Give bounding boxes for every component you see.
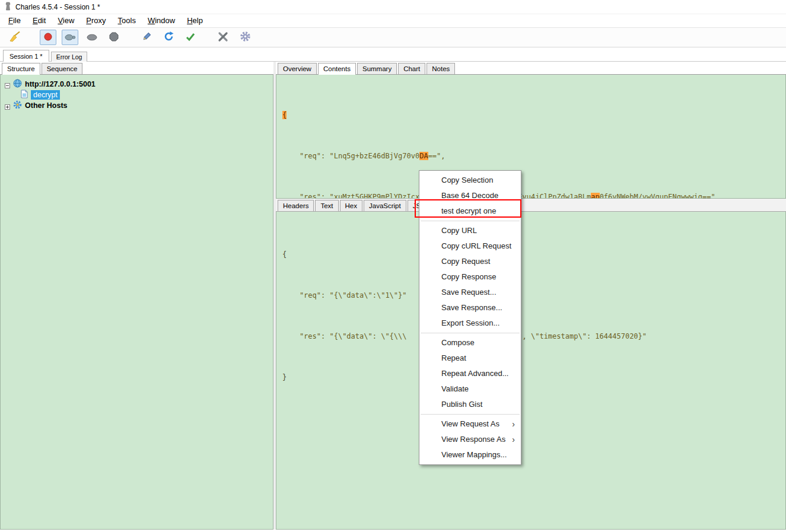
context-menu-separator: [421, 333, 520, 333]
tree-item-label: Other Hosts: [25, 101, 68, 110]
request-json-req-line: "req": "Lnq5g+bzE46dBjVg70v0DA==",: [282, 149, 785, 163]
response-body-viewer[interactable]: { "req": "{\"data\":\"1\"}" "res": "{\"d…: [276, 212, 786, 530]
expand-icon[interactable]: [5, 103, 10, 109]
host-tree: http://127.0.0.1:5001 decrypt Other Host…: [0, 75, 273, 530]
turtle-icon: [64, 33, 76, 43]
viewer-tab-hex[interactable]: Hex: [340, 200, 362, 211]
validate-button[interactable]: [182, 30, 199, 45]
viewer-tab-text[interactable]: Text: [315, 200, 338, 211]
tab-sequence[interactable]: Sequence: [42, 63, 83, 74]
toolbar: [0, 28, 786, 47]
request-json-res-line: "res": "xuMzt5GHKP9mPlYDzIcxx4UK8g9NdPdg…: [282, 190, 785, 199]
menu-bar: File Edit View Proxy Tools Window Help: [0, 14, 786, 28]
viewer-tab-javascript[interactable]: JavaScript: [364, 200, 406, 211]
context-menu-item-copy-request[interactable]: Copy Request: [419, 254, 521, 269]
menu-edit[interactable]: Edit: [27, 14, 52, 27]
session-tab-bar: Session 1 * Error Log: [0, 47, 786, 62]
right-panel-tabs: Overview Contents Summary Chart Notes: [276, 62, 786, 75]
submenu-arrow-icon: ›: [512, 416, 515, 432]
context-menu-item-compose[interactable]: Compose: [419, 335, 521, 351]
collapse-icon[interactable]: [5, 82, 10, 87]
context-menu-separator: [421, 221, 520, 221]
tools-button[interactable]: [215, 30, 231, 45]
response-json-res-line: "res": "{\"data\": \"{\\\, \"timestamp\"…: [282, 330, 785, 343]
context-menu-item-export-session[interactable]: Export Session...: [419, 316, 521, 331]
tab-error-log[interactable]: Error Log: [51, 52, 88, 62]
tree-item-host[interactable]: http://127.0.0.1:5001: [3, 79, 273, 90]
left-panel-tabs: Structure Sequence: [0, 62, 273, 75]
structure-panel: Structure Sequence http://127.0.0.1:5001…: [0, 62, 273, 530]
viewer-tab-headers[interactable]: Headers: [278, 200, 314, 211]
contents-panel: Overview Contents Summary Chart Notes { …: [276, 62, 786, 530]
menu-view[interactable]: View: [52, 14, 80, 27]
repeat-button[interactable]: [160, 30, 177, 45]
menu-window[interactable]: Window: [142, 14, 181, 27]
gear-icon: [240, 31, 251, 44]
context-menu-item-validate[interactable]: Validate: [419, 381, 521, 397]
tab-contents[interactable]: Contents: [318, 63, 356, 75]
context-menu-item-repeat-advanced[interactable]: Repeat Advanced...: [419, 366, 521, 381]
menu-file[interactable]: File: [2, 14, 27, 27]
context-menu-item-repeat[interactable]: Repeat: [419, 351, 521, 366]
pencil-icon: [141, 31, 152, 44]
context-menu-item-save-request[interactable]: Save Request...: [419, 285, 521, 300]
tab-summary[interactable]: Summary: [357, 63, 397, 74]
context-menu-item-copy-response[interactable]: Copy Response: [419, 269, 521, 285]
response-json-close-brace: }: [282, 371, 785, 384]
response-json-req-line: "req": "{\"data\":\"1\"}": [282, 289, 785, 302]
window-title: Charles 4.5.4 - Session 1 *: [15, 3, 100, 11]
throttle-preset-button[interactable]: [84, 30, 100, 45]
tab-session-1[interactable]: Session 1 *: [3, 50, 49, 62]
globe-icon: [13, 79, 22, 90]
context-menu-item-copy-curl-request[interactable]: Copy cURL Request: [419, 238, 521, 254]
request-body-viewer[interactable]: { "req": "Lnq5g+bzE46dBjVg70v0DA==", "re…: [276, 75, 786, 199]
context-menu-item-copy-selection[interactable]: Copy Selection: [419, 173, 521, 188]
context-menu-item-copy-url[interactable]: Copy URL: [419, 223, 521, 238]
context-menu: Copy Selection Base 64 Decode test decry…: [419, 170, 521, 465]
context-menu-separator: [421, 414, 520, 415]
tree-item-label: decrypt: [31, 90, 60, 100]
record-button[interactable]: [40, 30, 56, 45]
context-menu-item-view-response-as[interactable]: View Response As›: [419, 432, 521, 447]
charles-window: Charles 4.5.4 - Session 1 * File Edit Vi…: [0, 0, 786, 532]
tab-chart[interactable]: Chart: [398, 63, 425, 74]
context-menu-item-publish-gist[interactable]: Publish Gist: [419, 397, 521, 412]
request-json-open-brace: {: [282, 109, 785, 122]
tree-item-label: http://127.0.0.1:5001: [25, 80, 96, 88]
settings-button[interactable]: [237, 30, 253, 45]
context-menu-item-save-response[interactable]: Save Response...: [419, 300, 521, 316]
throttle-button[interactable]: [62, 30, 78, 45]
wrench-icon: [217, 31, 229, 44]
tree-item-decrypt[interactable]: decrypt: [3, 90, 273, 100]
compose-button[interactable]: [138, 30, 155, 45]
context-menu-item-base64-decode[interactable]: Base 64 Decode: [419, 188, 521, 203]
tree-item-other-hosts[interactable]: Other Hosts: [3, 100, 273, 111]
record-icon: [43, 31, 53, 44]
broom-icon: [9, 31, 22, 44]
response-json-open-brace: {: [282, 248, 785, 262]
context-menu-item-viewer-mappings[interactable]: Viewer Mappings...: [419, 447, 521, 463]
stop-hexagon-icon: [109, 31, 119, 44]
clear-session-button[interactable]: [7, 30, 24, 45]
menu-help[interactable]: Help: [181, 14, 209, 27]
tab-overview[interactable]: Overview: [278, 63, 317, 74]
menu-tools[interactable]: Tools: [112, 14, 142, 27]
circular-arrow-icon: [163, 31, 174, 44]
tab-structure[interactable]: Structure: [2, 63, 40, 75]
turtle-gray-icon: [86, 33, 98, 43]
context-menu-item-test-decrypt-one[interactable]: test decrypt one: [419, 203, 521, 219]
hosts-gear-icon: [13, 100, 22, 111]
submenu-arrow-icon: ›: [512, 432, 515, 447]
check-icon: [185, 31, 196, 44]
context-menu-item-view-request-as[interactable]: View Request As›: [419, 416, 521, 432]
charles-app-icon: [4, 2, 12, 12]
title-bar: Charles 4.5.4 - Session 1 *: [0, 0, 786, 14]
menu-proxy[interactable]: Proxy: [80, 14, 112, 27]
tab-notes[interactable]: Notes: [427, 63, 455, 74]
breakpoints-button[interactable]: [106, 30, 122, 45]
viewer-tab-bar: Headers Text Hex JavaScript JSON: [276, 199, 786, 212]
document-icon: [21, 90, 28, 100]
